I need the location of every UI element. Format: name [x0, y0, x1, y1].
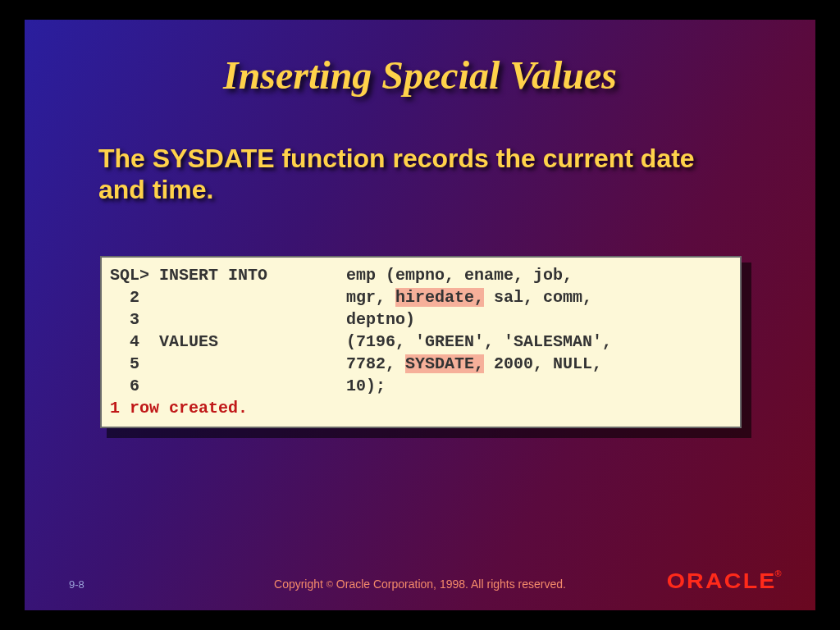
oracle-logo-text: ORACLE	[666, 568, 776, 593]
slide-background: Inserting Special Values The SYSDATE fun…	[25, 20, 815, 610]
code-line-3: 3 deptno)	[110, 310, 415, 329]
highlight-hiredate: hiredate,	[395, 288, 484, 307]
copyright-symbol-icon: ©	[326, 579, 333, 589]
oracle-logo: ORACLE®	[666, 568, 781, 594]
code-result: 1 row created.	[110, 399, 248, 418]
code-line-4: 4 VALUES (7196, 'GREEN', 'SALESMAN',	[110, 332, 612, 351]
slide-title: Inserting Special Values	[25, 52, 815, 98]
slide-subtitle: The SYSDATE function records the current…	[98, 143, 742, 206]
code-line-6: 6 10);	[110, 377, 386, 395]
highlight-sysdate: SYSDATE,	[405, 354, 484, 373]
copyright-post: Oracle Corporation, 1998. All rights res…	[333, 578, 566, 591]
code-line-2a: 2 mgr,	[110, 288, 395, 307]
slide-outer: Inserting Special Values The SYSDATE fun…	[0, 0, 840, 630]
registered-icon: ®	[774, 569, 781, 578]
code-box: SQL> INSERT INTO emp (empno, ename, job,…	[100, 256, 742, 428]
code-line-5a: 5 7782,	[110, 354, 405, 373]
footer: 9-8 Copyright © Oracle Corporation, 1998…	[25, 571, 815, 591]
code-line-2b: sal, comm,	[484, 288, 592, 307]
code-line-5b: 2000, NULL,	[484, 354, 602, 373]
code-line-1: SQL> INSERT INTO emp (empno, ename, job,	[110, 266, 573, 285]
copyright-pre: Copyright	[274, 578, 326, 591]
